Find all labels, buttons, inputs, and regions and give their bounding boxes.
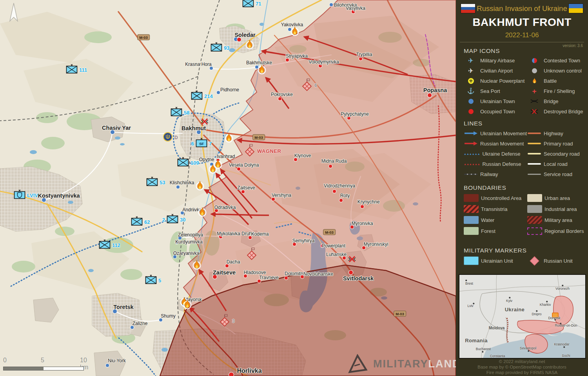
town-dot-ua (159, 318, 162, 322)
inset-label-city: Sevastopol (520, 346, 536, 350)
inset-label-city: Constanta (490, 354, 505, 358)
sidebar: Russian Invasion of Ukraine BAKHMUT FRON… (456, 0, 588, 376)
legend-label: Ukraine Defense (483, 151, 521, 157)
fire-shelling-icon: + (532, 87, 536, 95)
legend-row-water-swatch: Water (464, 214, 526, 225)
legend-row-ukraine-defense: ▲▲▲▲▲▲Ukraine Defense (464, 149, 526, 159)
town-label: Volodymyrivka (309, 59, 339, 65)
legend-row-bridge: Bridge (527, 96, 587, 106)
battle-fire-icon (225, 133, 233, 144)
legend-label: Russian Movement (480, 141, 524, 147)
legend-row-contested-town: Contested Town (527, 55, 587, 65)
ukrainian-unit-icon (166, 214, 179, 224)
town-label: Vershyna (272, 193, 291, 198)
legend-label: Fire / Shelling (544, 88, 575, 94)
russian-unit-icon (244, 143, 256, 157)
header: Russian Invasion of Ukraine (461, 4, 583, 13)
scale-bar-rule (3, 367, 84, 371)
battle-fire-icon (290, 26, 299, 38)
map-markers-layer: BilohorivkaVasylivkaYakovlivkaSoledarStr… (0, 0, 456, 376)
town-dot-ru (294, 158, 297, 161)
legend-label: Battle (544, 78, 557, 84)
legend-label: Destroyed Bridge (544, 109, 583, 114)
russian-unit-marker: WAGNER (244, 143, 256, 159)
town-label: Semyhirya (292, 238, 315, 243)
north-arrow-icon (8, 2, 20, 23)
inset-city-dot (562, 285, 563, 286)
ukrainian-unit-marker: 111 (65, 64, 78, 76)
town-label: Vidrodzhennya (324, 183, 355, 189)
military-area-icon (527, 216, 542, 224)
legend-label: Uncontrolled Area (481, 195, 521, 201)
russian-unit-icon (530, 256, 539, 265)
inset-city-dot (509, 297, 510, 298)
ukrainian-unit-marker: 71 (242, 0, 254, 9)
overview-inset-map: BrestVoronezhKyivLvivKharkivUkraineDnipr… (459, 274, 586, 359)
unit-label: 58 (184, 110, 189, 116)
bridge-icon (530, 99, 538, 104)
town-label: Midna Ruda (321, 158, 347, 164)
legend-label: Forest (481, 228, 495, 234)
town-label: Soledar (234, 32, 255, 38)
town-dot-ua (131, 326, 134, 329)
town-label: Pokrovske (271, 92, 293, 97)
legend-row-railway: Railway (464, 169, 526, 179)
boundaries-section-title: BOUNDARIES (464, 184, 506, 191)
destroyed-bridge-icon (348, 256, 356, 264)
ukrainian-unit-icon: SF (195, 138, 208, 148)
battle-fire-icon (209, 163, 217, 175)
town-label: Zaitseve (213, 269, 236, 276)
town-dot-ru (428, 93, 432, 97)
russian-unit-marker: 3 (219, 313, 230, 329)
legend-row-local-road: Local road (527, 159, 587, 169)
basemap-credit-line: Base map by © OpenStreetMap contributors (456, 364, 588, 370)
inset-label-country-sm: Moldova (489, 326, 505, 330)
bakhmut-front-map-app: BilohorivkaVasylivkaYakovlivkaSoledarStr… (0, 0, 588, 376)
unit-label: 62 (144, 219, 150, 225)
legend-label: Unknown control (544, 68, 582, 74)
town-label: Popasna (423, 87, 447, 93)
regional-borders-icon (527, 227, 542, 235)
russian-unit-icon (246, 247, 258, 261)
ukrainian-unit-marker: 109 (177, 157, 189, 169)
town-dot-contested-ru (237, 38, 241, 42)
local-road-icon (528, 163, 541, 165)
primary-road-icon (528, 143, 541, 144)
town-label: Niu-York (108, 358, 126, 363)
battle-fire-icon (192, 260, 201, 271)
town-label: Shumy (161, 313, 175, 319)
battle-fire-icon (245, 39, 254, 51)
credits-footer: © 2022 militaryland.net Base map by © Op… (456, 359, 588, 375)
unit-label: 93 (224, 45, 229, 51)
inset-city-dot (563, 346, 565, 348)
scale-bar: 0 5 10 km (3, 357, 93, 372)
watermark-text-land: LAND (428, 358, 456, 370)
legend-row-regional-borders: Regional Borders (527, 225, 587, 236)
legend-label: Russian Unit (544, 258, 573, 264)
town-dot-ru (286, 58, 289, 62)
ukrainian-unit-icon (464, 256, 479, 265)
road-badge-m03: M-03 (394, 311, 406, 317)
legend-row-ukrainian-town: Ukrainian Town (464, 96, 526, 106)
legend-label: Secondary road (544, 151, 580, 157)
militaryland-watermark: MILITARYLAND (347, 354, 456, 374)
town-label: Opytne (199, 157, 214, 162)
ukrainian-unit-icon (145, 274, 157, 285)
ukrainian-unit-icon (170, 107, 183, 117)
town-label: Roty (340, 193, 350, 198)
ukraine-flag-icon (568, 4, 583, 13)
civilian-airport-icon: ✈ (468, 67, 473, 74)
town-dot-ru (361, 205, 364, 208)
town-dot-ru (241, 190, 245, 193)
town-label: Travneve (259, 275, 279, 280)
unknown-control-icon (532, 68, 537, 73)
secondary-road-icon (528, 153, 541, 154)
legend-label: Occupied Town (480, 109, 515, 114)
inset-label-country: Romania (465, 338, 488, 343)
scale-label-5: 5 (41, 357, 44, 364)
legend-row-primary-road: Primary road (527, 138, 587, 149)
town-dot-ua (106, 364, 109, 367)
inset-city-dot (528, 350, 529, 352)
legend-label: Military Airbase (480, 58, 515, 64)
town-dot-ua (217, 91, 220, 94)
